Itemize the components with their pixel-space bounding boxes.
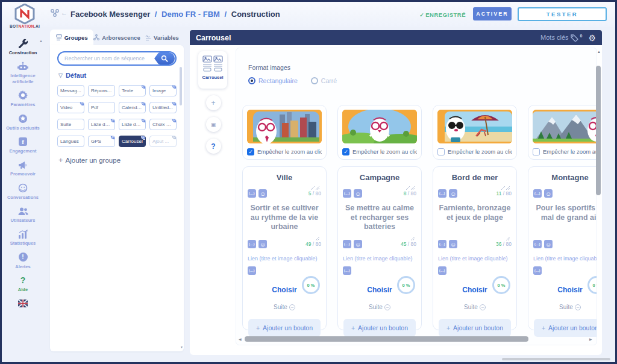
emoji-icon[interactable]: ☺ — [544, 189, 553, 198]
breadcrumb-bot[interactable]: Demo FR - FBM — [161, 10, 220, 19]
add-button-button[interactable]: +Ajouter un bouton — [534, 319, 597, 337]
card-title-input[interactable]: Campagne — [343, 173, 416, 182]
sequence-chip[interactable]: Choix m... — [149, 119, 177, 130]
activate-button[interactable]: ACTIVER — [473, 7, 512, 20]
help-button[interactable]: ? — [206, 139, 221, 154]
suite-link[interactable]: Suite– — [343, 304, 416, 310]
sequence-chip[interactable]: Liste de ... — [88, 119, 115, 130]
group-defaut-toggle[interactable]: ▽ Défaut — [58, 72, 184, 79]
insert-variable-icon[interactable]: (...) — [343, 266, 351, 275]
insert-variable-icon[interactable]: (...) — [248, 240, 256, 248]
sequence-chip[interactable]: Video — [57, 102, 84, 113]
sequence-chip-carrousel-selected[interactable]: Carrousel — [119, 136, 146, 147]
insert-variable-icon[interactable]: (...) — [438, 266, 446, 275]
scroll-left-icon[interactable]: ◀ — [239, 337, 243, 341]
sequence-chip[interactable]: Messag... — [57, 85, 84, 96]
scrollbar-thumb[interactable] — [245, 336, 528, 342]
scroll-up-icon[interactable]: ▲ — [597, 50, 601, 54]
card-subtitle-input[interactable]: Pour les sportifs et mal de grand air — [533, 204, 597, 233]
sidebar-item-conversations[interactable]: Conversations — [5, 183, 41, 200]
card-image-mountain[interactable] — [533, 110, 597, 143]
insert-variable-icon[interactable]: (...) — [438, 189, 446, 198]
sequence-chip-ghost[interactable]: Ajout ... — [149, 136, 177, 147]
tab-arborescence[interactable]: Arborescence — [93, 30, 140, 45]
resize-handle-icon[interactable] — [438, 182, 512, 188]
prevent-zoom-checkbox[interactable]: ✓ — [247, 148, 254, 155]
resize-handle-icon[interactable] — [438, 233, 512, 239]
card-subtitle-input[interactable]: Farniente, bronzage et jeux de plage — [438, 204, 512, 233]
suite-link[interactable]: Suite– — [438, 304, 512, 310]
sequence-chip[interactable]: Image — [149, 85, 177, 96]
card-image-countryside[interactable] — [342, 110, 417, 143]
block-carrousel[interactable]: Carrousel — [198, 51, 227, 89]
insert-variable-icon[interactable]: (...) — [248, 266, 256, 275]
sequence-chip[interactable]: Langues — [57, 136, 84, 147]
card-title-input[interactable]: Ville — [248, 173, 321, 182]
resize-handle-icon[interactable] — [533, 182, 597, 188]
flow-back-icon[interactable]: ← — [50, 8, 67, 17]
cards-horizontal-scrollbar[interactable]: ◀ ▶ — [239, 336, 594, 342]
prevent-zoom-checkbox[interactable] — [437, 148, 445, 155]
emoji-icon[interactable]: ☺ — [449, 240, 457, 248]
sidebar-item-statistiques[interactable]: Statistiques — [5, 228, 41, 246]
emoji-icon[interactable]: ☺ — [449, 189, 457, 198]
sidebar-item-language-flag[interactable] — [5, 298, 41, 309]
resize-handle-icon[interactable] — [248, 233, 321, 239]
sidebar-item-promouvoir[interactable]: Promouvoir — [5, 159, 41, 177]
sequence-chip[interactable]: Pdf — [88, 102, 115, 113]
add-button-button[interactable]: +Ajouter un bouton — [439, 319, 511, 337]
card-image-city[interactable] — [247, 110, 322, 143]
emoji-icon[interactable]: ☺ — [354, 240, 362, 248]
sequence-chip[interactable]: Liste de ... — [119, 119, 146, 130]
test-button[interactable]: TESTER — [518, 7, 607, 21]
insert-variable-icon[interactable]: (...) — [438, 240, 446, 248]
breadcrumb-app[interactable]: Facebook Messenger — [70, 10, 150, 19]
insert-variable-icon[interactable]: (...) — [533, 189, 542, 198]
page-horizontal-scrollbar[interactable] — [502, 358, 610, 360]
sidebar-item-aide[interactable]: ? Aide — [5, 275, 41, 292]
sidebar-item-alertes[interactable]: ! Alertes — [5, 252, 41, 269]
card-image-beach[interactable] — [437, 110, 512, 143]
sidebar-item-construction[interactable]: Construction — [5, 38, 41, 55]
add-block-button[interactable]: + — [206, 95, 221, 110]
sequence-chip[interactable]: Répons... — [88, 85, 115, 96]
emoji-icon[interactable]: ☺ — [258, 189, 267, 198]
card-subtitle-input[interactable]: Sortir et se cultiver au rythme de la vi… — [248, 204, 321, 233]
add-group-button[interactable]: +Ajouter un groupe — [58, 155, 184, 165]
resize-handle-icon[interactable] — [248, 182, 321, 188]
radio-rectangulaire[interactable]: Rectangulaire — [248, 77, 298, 84]
settings-gear-icon[interactable]: ⚙ — [588, 34, 596, 42]
scrollbar-thumb[interactable] — [596, 66, 601, 195]
scroll-right-icon[interactable]: ▶ — [589, 337, 594, 341]
sequence-chip[interactable]: Suite — [57, 119, 84, 130]
content-vertical-scrollbar[interactable]: ▲ — [596, 51, 601, 347]
sequence-chip[interactable]: Calendri... — [119, 102, 146, 113]
sidebar-item-utilisateurs[interactable]: Utilisateurs — [5, 206, 41, 223]
keywords-button[interactable]: Mots clés 0 — [540, 34, 582, 42]
insert-variable-icon[interactable]: (...) — [248, 189, 256, 198]
emoji-icon[interactable]: ☺ — [544, 240, 553, 248]
prevent-zoom-checkbox[interactable] — [533, 148, 540, 155]
card-title-input[interactable]: Bord de mer — [438, 173, 512, 182]
sequence-chip[interactable]: GPS — [88, 136, 115, 147]
resize-handle-icon[interactable] — [343, 182, 416, 188]
tab-groupes[interactable]: Groupes — [50, 30, 93, 45]
suite-link[interactable]: Suite– — [248, 304, 321, 310]
emoji-icon[interactable]: ☺ — [354, 189, 362, 198]
sidebar-item-intelligence-artificielle[interactable]: Intelligence artificielle — [5, 61, 41, 84]
search-button[interactable] — [154, 52, 175, 64]
insert-variable-icon[interactable]: (...) — [343, 189, 351, 198]
remove-icon[interactable]: – — [480, 304, 486, 310]
remove-icon[interactable]: – — [575, 304, 581, 310]
sidebar-item-outils-exclusifs[interactable]: Outils exclusifs — [5, 113, 41, 131]
prevent-zoom-checkbox[interactable]: ✓ — [342, 148, 349, 155]
search-input[interactable] — [58, 55, 154, 61]
card-title-input[interactable]: Montagne — [533, 173, 597, 182]
sequence-chip[interactable]: Untitled... — [149, 102, 177, 113]
add-button-button[interactable]: +Ajouter un bouton — [343, 319, 416, 337]
sidebar-item-parametres[interactable]: Paramètres — [5, 90, 41, 107]
remove-icon[interactable]: – — [384, 304, 390, 310]
remove-icon[interactable]: – — [289, 304, 295, 310]
insert-variable-icon[interactable]: (...) — [343, 240, 351, 248]
suite-link[interactable]: Suite– — [533, 304, 597, 310]
